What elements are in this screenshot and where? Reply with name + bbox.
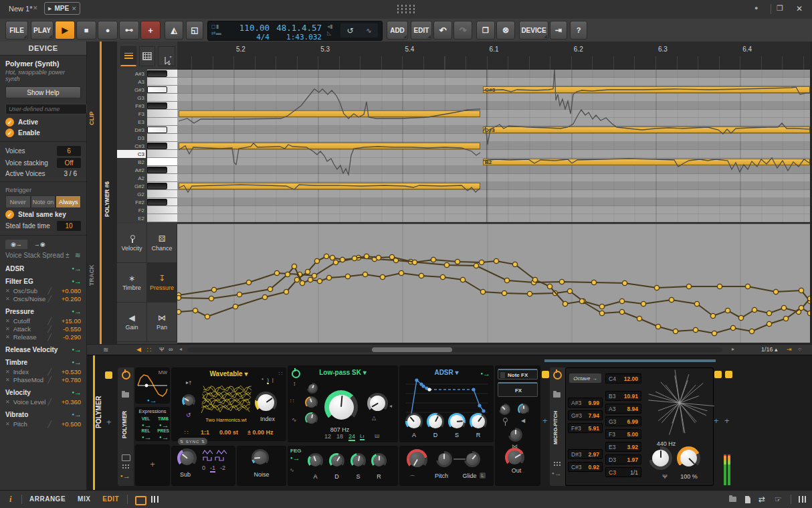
retrigger-option-never[interactable]: Never [5, 195, 31, 208]
micropitch-row-d3[interactable]: D31.97 [605, 454, 641, 464]
modwheel-panel[interactable]: MW [135, 367, 170, 404]
expression-slot-rel[interactable]: REL [138, 428, 154, 433]
mapping-grid-icon[interactable] [553, 461, 561, 467]
field-value[interactable]: 6 [57, 146, 81, 156]
lane-pan[interactable]: ⋈Pan [147, 303, 177, 342]
micropitch-row-g3[interactable]: G36.99 [605, 416, 641, 426]
redo-button[interactable]: ↷ [453, 21, 472, 39]
mapping-grid-icon[interactable] [122, 464, 129, 469]
tab-clip-mpe[interactable]: ▶ MPE ✕ [44, 2, 80, 15]
clip-section-label[interactable]: CLIP [88, 107, 99, 130]
octave-button[interactable]: Octave → [569, 373, 601, 383]
mod-source-timbre[interactable]: Timbre [5, 358, 81, 366]
mod-source-adsr[interactable]: ADSR [5, 264, 81, 272]
black-key[interactable] [147, 183, 167, 190]
cutoff-value[interactable]: 807 Hz [320, 426, 360, 433]
timesig-display[interactable]: 4/4 [231, 33, 270, 41]
sync-badge[interactable]: ⇅ SYNC ⇅ [178, 438, 207, 445]
tab-project-close-icon[interactable]: ✕ [33, 5, 38, 11]
filter-comb-icon[interactable]: ⸬ [290, 398, 294, 404]
add-device-button[interactable]: + [106, 417, 112, 427]
micropitch-row-fs3[interactable]: F#35.91 [568, 423, 603, 433]
mix-value[interactable]: 100 % [678, 473, 700, 480]
lane-chance[interactable]: ⚄Chance [147, 224, 177, 263]
minimize-button[interactable]: ● [754, 5, 758, 11]
slope-shape-icon[interactable]: Lı [360, 433, 365, 440]
mapping-hand-icon[interactable]: ☞ [775, 495, 782, 504]
lane-timbre[interactable]: ∗Timbre [117, 263, 147, 303]
slope-select[interactable]: 121824 [324, 433, 355, 441]
fx-vel-knob[interactable] [499, 404, 510, 415]
mix-knob[interactable] [677, 446, 700, 470]
adaptive-grid-icon[interactable]: ⁘ [797, 346, 803, 353]
device-name-input[interactable] [5, 104, 87, 114]
io-swap-icon[interactable]: ⇄ [758, 495, 765, 504]
polymer-device-label[interactable]: POLYMER [121, 401, 130, 448]
steal-fade-value[interactable]: 10 [57, 221, 81, 231]
white-key[interactable] [147, 150, 177, 158]
micropitch-row-as3[interactable]: A#39.99 [568, 398, 603, 408]
black-key[interactable] [147, 126, 167, 134]
multi-panel-icon[interactable] [151, 496, 159, 503]
snap-icon[interactable]: ⇥ [787, 346, 792, 353]
tuning-knob[interactable] [649, 446, 672, 470]
mod-out-icon[interactable] [552, 469, 561, 477]
help-button[interactable]: ? [570, 21, 587, 39]
lane-pressure[interactable]: ↧Pressure [147, 263, 177, 303]
device4-on-indicator[interactable] [725, 371, 732, 378]
tab-project[interactable]: New 1* [9, 5, 32, 13]
duplicate-button[interactable]: ❐ [476, 21, 495, 39]
browser-icon[interactable] [729, 497, 736, 502]
add-menu-button[interactable]: ADD [387, 21, 408, 39]
black-key[interactable] [147, 102, 167, 110]
mod-target-osc-sub[interactable]: ✕Osc/Sub╱+0.080 [5, 287, 81, 294]
expression-slot-pres[interactable]: PRES [155, 428, 171, 433]
note-grid[interactable]: G#3D#3B2 [177, 70, 810, 222]
close-window-button[interactable]: ✕ [796, 4, 803, 13]
single-panel-icon[interactable] [135, 496, 146, 505]
insert-device-button-2[interactable]: + [714, 416, 719, 426]
env-type-select[interactable]: ADSR ▾ [399, 369, 494, 376]
remove-icon[interactable]: ✕ [5, 326, 10, 332]
phase-swirl-icon[interactable]: ↺ [186, 412, 191, 418]
retrigger-option-always[interactable]: Always [56, 195, 81, 208]
overdub-button[interactable]: + [140, 21, 161, 39]
micropitch-row-f3[interactable]: F35.00 [605, 429, 641, 439]
mod-target-pitch[interactable]: ✕Pitch╱+0.500 [5, 420, 81, 428]
lane-gain[interactable]: ◀Gain [117, 303, 147, 342]
view-edit[interactable]: EDIT [102, 495, 119, 503]
note-fx-slot[interactable]: Note FX [498, 369, 538, 379]
black-key[interactable] [147, 167, 167, 174]
record-button[interactable]: ● [98, 21, 118, 39]
micropitch-row-cs3[interactable]: C#30.92 [568, 462, 603, 472]
osc-ratio-value[interactable]: 1:1 [201, 429, 209, 436]
feg-knob-a[interactable] [308, 453, 323, 469]
expression-points-icon[interactable]: ⸬ [147, 346, 151, 353]
device3-on-indicator[interactable] [714, 371, 722, 378]
sub-octave-select[interactable]: 0-1-2 [202, 464, 225, 473]
env-knob-d[interactable] [427, 413, 444, 430]
micropitch-row-c4[interactable]: C412.00 [605, 373, 641, 384]
env-knob-r[interactable] [470, 413, 487, 430]
device-on-indicator[interactable] [105, 371, 112, 379]
cutoff-knob[interactable] [324, 390, 358, 424]
track-name-label[interactable]: POLYMER [95, 389, 105, 436]
filter-drive-icon[interactable]: ↕ [293, 380, 296, 387]
resonance-knob[interactable] [367, 393, 388, 414]
black-key[interactable] [147, 143, 167, 150]
insert-button[interactable]: ⇥ [550, 21, 567, 39]
mod-source-filter-eg[interactable]: Filter EG [5, 277, 81, 285]
mod-target-voice-level[interactable]: ✕Voice Level╱+0.360 [5, 398, 81, 406]
mod-target-attack[interactable]: ✕Attack╱-0.550 [5, 325, 81, 333]
filter-small-knob2[interactable] [305, 396, 318, 409]
white-key[interactable] [147, 110, 177, 118]
preset-folder-icon[interactable] [122, 392, 129, 398]
file-menu-button[interactable]: FILE [5, 21, 28, 39]
lane-velocity[interactable]: Velocity [117, 224, 147, 263]
layout-button[interactable]: ◱ [186, 21, 203, 39]
arranger-record-icon[interactable]: ◻▮⇄▬ [211, 23, 221, 37]
black-key[interactable] [147, 70, 167, 78]
keytrack-icon[interactable]: ▸† [186, 379, 191, 386]
restore-window-button[interactable]: ❐ [777, 4, 783, 13]
filter-wave-icon[interactable]: ∿ [292, 416, 297, 423]
